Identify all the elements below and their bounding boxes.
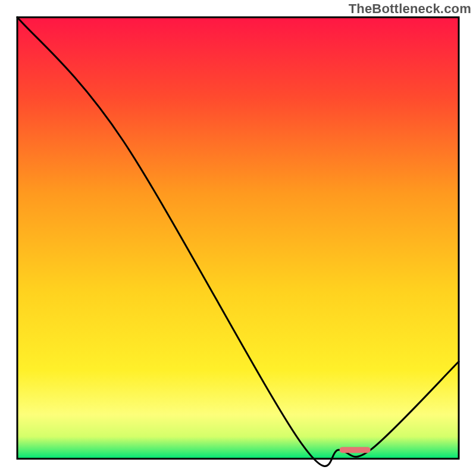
chart-container: TheBottleneck.com <box>0 0 476 476</box>
optimal-marker <box>340 447 371 453</box>
chart-svg <box>0 0 476 476</box>
plot-background <box>17 17 459 459</box>
watermark-text: TheBottleneck.com <box>349 1 471 17</box>
